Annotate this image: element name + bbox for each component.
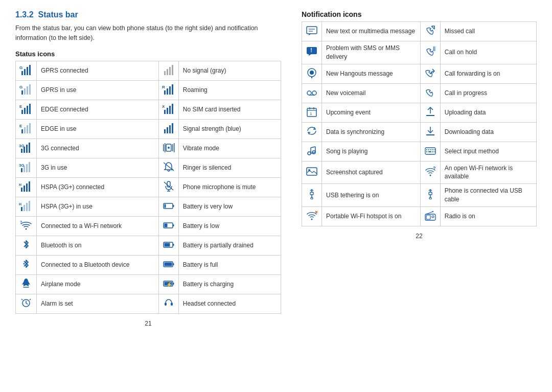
svg-rect-95 [171, 303, 173, 306]
svg-rect-129 [426, 151, 427, 152]
icon-headset [158, 294, 178, 313]
icon-input-method [420, 142, 440, 161]
svg-rect-94 [165, 303, 167, 306]
icon-airplane [16, 274, 37, 294]
svg-rect-131 [432, 151, 433, 152]
label-hspa-use: HSPA (3G+) in use [37, 197, 159, 216]
label-batt-charge: Battery is charging [178, 274, 281, 294]
table-row: 3G 3G connected Vibrate mode [16, 139, 281, 158]
svg-text:R: R [162, 85, 165, 89]
table-row: Airplane mode ⚡ Battery is charging [16, 274, 281, 294]
svg-rect-7 [169, 67, 171, 75]
svg-point-134 [308, 169, 310, 171]
icon-call-hold: || [420, 41, 440, 64]
svg-line-149 [426, 212, 433, 214]
svg-rect-11 [24, 88, 26, 95]
svg-rect-126 [430, 149, 431, 150]
svg-rect-53 [29, 162, 30, 172]
svg-rect-124 [426, 149, 427, 150]
icon-no-signal [158, 61, 178, 80]
icon-usb-tether [302, 184, 322, 207]
svg-rect-70 [173, 205, 174, 207]
svg-text:G: G [19, 65, 22, 70]
label-upload: Uploading data [440, 103, 536, 122]
svg-rect-83 [164, 262, 172, 266]
table-row: ! Problem with SMS or MMS delivery || Ca… [302, 41, 537, 64]
label-voicemail: New voicemail [322, 83, 421, 103]
table-row: Song is playing Select input method [302, 142, 537, 161]
label-sig-blue: Signal strength (blue) [178, 119, 281, 139]
svg-text:1: 1 [310, 111, 312, 116]
label-open-wifi: An open Wi-Fi network is available [440, 161, 536, 184]
svg-rect-65 [21, 207, 22, 211]
svg-rect-76 [164, 223, 167, 227]
svg-rect-15 [164, 90, 166, 95]
svg-rect-46 [172, 144, 173, 151]
svg-rect-71 [164, 204, 166, 207]
svg-line-91 [26, 303, 28, 304]
svg-rect-18 [172, 84, 173, 95]
label-missed-call: Missed call [440, 22, 536, 41]
svg-rect-56 [21, 188, 22, 192]
icon-upload [420, 103, 440, 122]
status-icons-table: G GPRS connected No signal (gray) G GPRS… [15, 61, 281, 314]
icon-screenshot [302, 161, 322, 184]
svg-rect-96 [307, 27, 317, 34]
label-no-sim: No SIM card inserted [178, 100, 281, 119]
svg-text:E: E [19, 124, 22, 128]
svg-text:H: H [19, 183, 21, 187]
icon-batt-charge: ⚡ [158, 274, 178, 294]
svg-text:H: H [19, 202, 21, 206]
svg-rect-5 [164, 71, 166, 75]
svg-rect-137 [310, 192, 313, 195]
label-hangouts: New Hangouts message [322, 64, 421, 83]
label-usb-tether: USB tethering is on [322, 184, 421, 207]
section-number: 1.3.2 [15, 10, 34, 19]
table-row: Data is synchronizing Downloading data [302, 122, 537, 142]
icon-ringer-off [158, 158, 178, 177]
label-headset: Headset connected [178, 294, 281, 313]
svg-rect-140 [429, 192, 432, 195]
icon-hspa-use: H [16, 197, 37, 216]
label-alarm: Alarm is set [37, 294, 159, 313]
icon-sms-prob: ! [302, 41, 322, 64]
svg-text:⚡: ⚡ [166, 281, 173, 287]
svg-text:!: ! [310, 47, 312, 53]
icon-edge-use: E [16, 119, 37, 139]
svg-point-142 [429, 197, 431, 199]
table-row: Alarm is set Headset connected [16, 294, 281, 313]
icon-hspa-conn: H [16, 177, 37, 197]
svg-rect-27 [169, 106, 171, 114]
svg-rect-22 [27, 106, 28, 114]
label-batt-full: Battery is full [178, 255, 281, 274]
label-edge-use: EDGE in use [37, 119, 159, 139]
svg-point-148 [432, 216, 434, 218]
icon-msg [302, 22, 322, 41]
icon-hangouts [302, 64, 322, 83]
svg-rect-26 [167, 108, 168, 114]
svg-point-104 [310, 71, 314, 75]
svg-rect-17 [169, 86, 171, 95]
svg-rect-147 [426, 215, 430, 219]
label-batt-vlow: Battery is very low [178, 197, 281, 216]
description: From the status bar, you can view both p… [15, 24, 281, 43]
svg-text:?: ? [433, 166, 436, 171]
label-download: Downloading data [440, 122, 536, 142]
label-mic-mute: Phone microphone is mute [178, 177, 281, 197]
icon-3g-use: 3G [16, 158, 37, 177]
svg-rect-79 [164, 243, 170, 246]
svg-point-135 [429, 174, 431, 176]
svg-rect-3 [27, 67, 28, 75]
label-call-hold: Call on hold [440, 41, 536, 64]
label-screenshot: Screenshot captured [322, 161, 421, 184]
icon-upcoming: 1 [302, 103, 322, 122]
svg-rect-20 [21, 110, 23, 114]
label-call-fwd: Call forwarding is on [440, 64, 536, 83]
svg-point-105 [307, 91, 311, 95]
svg-rect-39 [21, 149, 22, 153]
notif-icons-table: New text or multimedia message Missed ca… [302, 21, 537, 226]
label-gprs-use: GPRS in use [37, 80, 159, 100]
svg-text:?: ? [20, 220, 22, 224]
svg-rect-21 [24, 108, 26, 114]
icon-download [420, 122, 440, 142]
